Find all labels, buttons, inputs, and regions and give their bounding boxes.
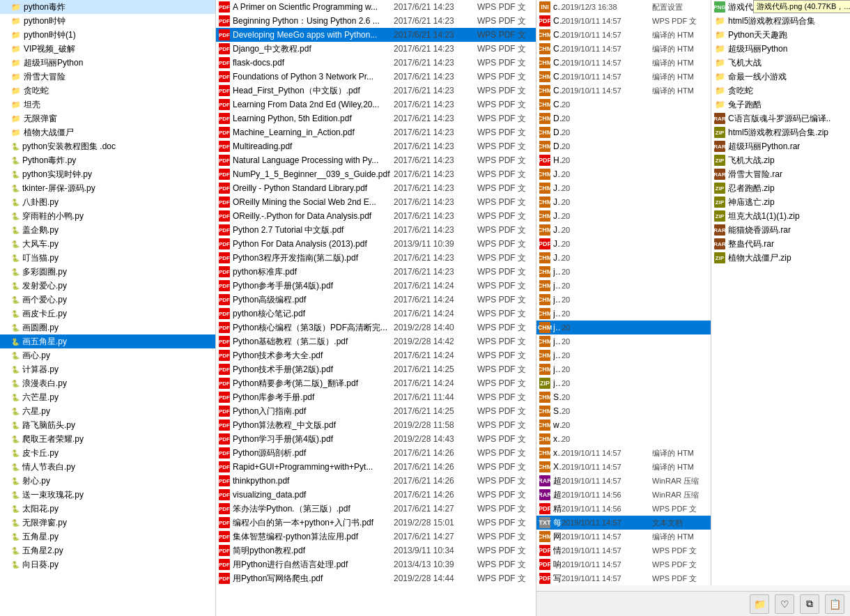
middle-file-row[interactable]: PDF用Python进行自然语言处理.pdf2013/4/13 10:39WPS… xyxy=(216,557,536,571)
right-sidebar-item[interactable]: 📁飞机大战 xyxy=(711,56,850,70)
middle-file-row[interactable]: PDFvisualizing_data.pdf2017/6/21 14:26WP… xyxy=(216,488,536,502)
middle-file-row[interactable]: PDFOReilly Mining the Social Web 2nd E..… xyxy=(216,195,536,209)
middle-file-row[interactable]: PDFPython精要参考(第二版)_翻译.pdf2017/6/21 14:24… xyxy=(216,376,536,390)
middle-file-row[interactable]: PDFA Primer on Scientfic Programming w..… xyxy=(216,0,536,14)
middle-file-row[interactable]: PDFMultireading.pdf2017/6/21 14:23WPS PD… xyxy=(216,139,536,153)
left-list-item[interactable]: 🐍画皮卡丘.py xyxy=(0,307,215,321)
right-sidebar-item[interactable]: 📁Python天天趣跑 xyxy=(711,28,850,42)
paste-button[interactable]: 📋 xyxy=(825,594,844,614)
left-list-item[interactable]: 🐍盖企鹅.py xyxy=(0,223,215,237)
right-file-row[interactable]: ZIPjuery.js.zip20 xyxy=(536,376,711,390)
left-list-item[interactable]: 🐍六星.py xyxy=(0,404,215,418)
middle-file-row[interactable]: PDF笨办法学Python.（第三版）.pdf2017/6/21 14:27WP… xyxy=(216,502,536,516)
middle-file-row[interactable]: PDF用Python写网络爬虫.pdf2019/2/28 14:44WPS PD… xyxy=(216,571,536,585)
left-list-item[interactable]: 🐍六芒星.py xyxy=(0,390,215,404)
middle-file-row[interactable]: PDFPython库参考手册.pdf2017/6/21 11:44WPS PDF… xyxy=(216,390,536,404)
right-file-row[interactable]: RAR超实用的JavsScrip代码.rar2019/10/11 14:56Wi… xyxy=(536,488,711,502)
right-file-row[interactable]: TXT每个程序员都会的35种小技巧.txt2019/10/11 14:57文本文… xyxy=(536,516,711,530)
left-list-item[interactable]: 🐍无限弹窗.py xyxy=(0,516,215,530)
right-sidebar-item[interactable]: 游戏代码.png (40.77KB，...PNG游戏代码.png (40.77K… xyxy=(711,0,850,14)
right-file-row[interactable]: CHMjQuery1.7 中文手册(1).chm20 xyxy=(536,321,711,334)
right-file-row[interactable]: CHMjQuery 1.3参考手册.chm20 xyxy=(536,279,711,293)
right-file-row[interactable]: PDFHTML5移动开发即学即用[双色].pdf20 xyxy=(536,153,711,167)
left-list-item[interactable]: 🐍Python毒炸.py xyxy=(0,153,215,167)
right-file-row[interactable]: CHMjQuery1.7 中文手册(2).chm20 xyxy=(536,334,711,348)
left-list-item[interactable]: 📁VIP视频_破解 xyxy=(0,42,215,56)
right-sidebar-item[interactable]: 📁超级玛丽Python xyxy=(711,42,850,56)
right-file-row[interactable]: CHMw3c标准html5手册.chm20 xyxy=(536,418,711,432)
right-sidebar-item[interactable]: RAR整蛊代码.rar xyxy=(711,237,850,251)
right-file-row[interactable]: PDF响应式Web设计：HTML5和CSS3实战.p...2019/10/11 … xyxy=(536,557,711,571)
middle-file-row[interactable]: PDFDeveloping MeeGo apps with Python...2… xyxy=(216,28,536,42)
middle-file-row[interactable]: PDFPython For Data Analysis (2013).pdf20… xyxy=(216,237,536,251)
middle-file-row[interactable]: PDFPython入门指南.pdf2017/6/21 14:25WPS PDF … xyxy=(216,404,536,418)
right-file-row[interactable]: CHMCSS 2.0 中文手册.chm2019/10/11 14:57编译的 H… xyxy=(536,42,711,56)
right-sidebar-item[interactable]: 📁命最一线小游戏 xyxy=(711,70,850,84)
right-file-row[interactable]: PDF写给大家看的设计书(第3版).pdf2019/10/11 14:57WPS… xyxy=(536,571,711,585)
middle-file-row[interactable]: PDFNatural Language Processing with Py..… xyxy=(216,153,536,167)
left-list-item[interactable]: 🐍tkinter-屏保-源码.py xyxy=(0,181,215,195)
right-file-row[interactable]: CHMJavaScript核心参考手册.chm20 xyxy=(536,223,711,237)
middle-file-row[interactable]: PDFPython高级编程.pdf2017/6/21 14:24WPS PDF … xyxy=(216,293,536,307)
left-list-item[interactable]: 🐍皮卡丘.py xyxy=(0,446,215,460)
left-list-item[interactable]: 🐍八卦图.py xyxy=(0,195,215,209)
right-file-row[interactable]: CHMxHTML参考手册(1).chm20 xyxy=(536,432,711,446)
right-sidebar-item[interactable]: ZIP神庙逃亡.zip xyxy=(711,195,850,209)
right-file-row[interactable]: CHMDOM中文手册(1).chm20 xyxy=(536,111,711,125)
right-file-row[interactable]: CHMJDK_API_1_6_zh_CN手册.CHM20 xyxy=(536,251,711,265)
right-file-row[interactable]: CHMCSS 3.0参考手册.chm2019/10/11 14:57编译的 HT… xyxy=(536,84,711,98)
left-list-item[interactable]: 🐍画五角星.py xyxy=(0,334,215,348)
left-list-item[interactable]: 🐍叮当猫.py xyxy=(0,251,215,265)
right-file-row[interactable]: CHMCSS 2.0 中文手册(2).chm2019/10/11 14:57编译… xyxy=(536,28,711,42)
left-list-item[interactable]: 📁python毒炸 xyxy=(0,0,215,14)
left-list-item[interactable]: 🐍画圆圈.py xyxy=(0,321,215,334)
left-list-item[interactable]: 🐍向日葵.py xyxy=(0,557,215,571)
right-file-row[interactable]: INIcPix.ini2019/12/3 16:38配置设置 xyxy=(536,0,711,14)
right-sidebar-item[interactable]: ZIPhtml5游戏教程源码合集.zip xyxy=(711,125,850,139)
left-list-item[interactable]: 📁坦壳 xyxy=(0,98,215,111)
middle-file-row[interactable]: PDFPython技术参考大全.pdf2017/6/21 14:24WPS PD… xyxy=(216,348,536,362)
right-file-row[interactable]: CHMJavascript参考手册(1).chm20 xyxy=(536,167,711,181)
left-list-item[interactable]: 📁python时钟(1) xyxy=(0,28,215,42)
right-sidebar-item[interactable]: RAR超级玛丽Python.rar xyxy=(711,139,850,153)
right-file-row[interactable]: PDF精通JavaScript(图灵计算机科学丛书).pdf2019/10/11… xyxy=(536,502,711,516)
middle-file-row[interactable]: PDFRapid+GUI+Programming+with+Pyt...2017… xyxy=(216,460,536,474)
middle-file-row[interactable]: PDFMachine_Learning_in_Action.pdf2017/6/… xyxy=(216,125,536,139)
left-list-item[interactable]: 📁python时钟 xyxy=(0,14,215,28)
middle-file-row[interactable]: PDFLearning Python, 5th Edition.pdf2017/… xyxy=(216,111,536,125)
left-list-item[interactable]: 🐍五角星.py xyxy=(0,530,215,544)
right-file-row[interactable]: CHMjquery1.8.3.chm20 xyxy=(536,362,711,376)
left-list-item[interactable]: 🐍情人节表白.py xyxy=(0,460,215,474)
right-file-row[interactable]: CHMjQuery 1.3参考手册(1).chm20 xyxy=(536,265,711,279)
right-file-row[interactable]: CHMXMLHttp中文参考手册.chm2019/10/11 14:57编译的 … xyxy=(536,460,711,474)
middle-file-row[interactable]: PDFflask-docs.pdf2017/6/21 14:23WPS PDF … xyxy=(216,56,536,70)
right-file-row[interactable]: CHMCSS 3.0参考手册(2).chm2019/10/11 14:57编译的… xyxy=(536,70,711,84)
copy-button[interactable]: ⧉ xyxy=(800,594,819,614)
right-sidebar-item[interactable]: 📁兔子跑酷 xyxy=(711,98,850,111)
new-folder-button[interactable]: 📁 xyxy=(750,594,769,614)
right-file-row[interactable]: CHMJavaScript核心参考手册(2).chm20 xyxy=(536,209,711,223)
right-file-row[interactable]: PDFJavaScript描述面试题.pdf20 xyxy=(536,237,711,251)
right-file-row[interactable]: CHMCSS 3.0参考手册(1).chm2019/10/11 14:57编译的… xyxy=(536,56,711,70)
right-file-row[interactable]: CHMSQL.chm20 xyxy=(536,404,711,418)
left-list-item[interactable]: 🐍浪漫表白.py xyxy=(0,376,215,390)
left-list-item[interactable]: 🐍太阳花.py xyxy=(0,502,215,516)
left-list-item[interactable]: 📁贪吃蛇 xyxy=(0,84,215,98)
favorite-button[interactable]: ♡ xyxy=(775,594,794,614)
right-file-row[interactable]: RAR超实用的css代码.rar2019/10/11 14:57WinRAR 压… xyxy=(536,474,711,488)
left-list-item[interactable]: 📁滑雪大冒险 xyxy=(0,70,215,84)
right-file-row[interactable]: CHMCSS完全完全参考手册.chm20 xyxy=(536,98,711,111)
left-list-item[interactable]: 🐍python实现时钟.py xyxy=(0,167,215,181)
middle-file-row[interactable]: PDFLearning From Data 2nd Ed (Wiley,20..… xyxy=(216,98,536,111)
left-list-item[interactable]: 🐍大风车.py xyxy=(0,237,215,251)
left-list-item[interactable]: 📁超级玛丽Python xyxy=(0,56,215,70)
right-sidebar-item[interactable]: RAR能猫烧香源码.rar xyxy=(711,223,850,237)
right-sidebar-item[interactable]: RAR滑雪大冒险.rar xyxy=(711,167,850,181)
middle-file-row[interactable]: PDFpython核心笔记.pdf2017/6/21 14:24WPS PDF … xyxy=(216,307,536,321)
right-file-row[interactable]: CHMSQL(1).chm20 xyxy=(536,390,711,404)
right-sidebar-item[interactable]: 📁贪吃蛇 xyxy=(711,84,850,98)
middle-file-row[interactable]: PDFPython核心编程（第3版）PDF高清断完...2019/2/28 14… xyxy=(216,321,536,334)
right-sidebar-item[interactable]: ZIP飞机大战.zip xyxy=(711,153,850,167)
middle-file-row[interactable]: PDFPython学习手册(第4版).pdf2019/2/28 14:43WPS… xyxy=(216,432,536,446)
right-sidebar-item[interactable]: ZIP植物大战僵尸.zip xyxy=(711,251,850,265)
